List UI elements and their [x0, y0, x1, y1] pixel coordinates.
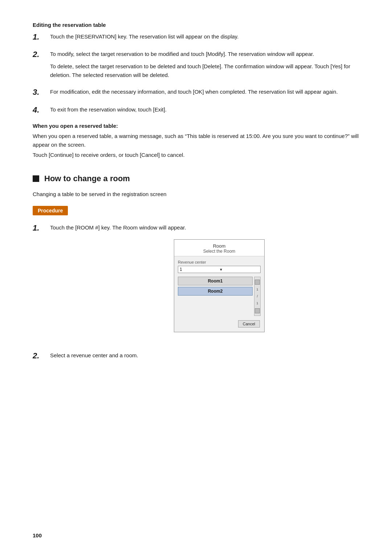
scroll-num2: 1: [256, 301, 258, 305]
section-title-container: How to change a room: [33, 174, 359, 183]
page-number: 100: [33, 532, 42, 538]
room-window-body: Revenue center 1 ▼ Room1 Room2: [174, 256, 264, 332]
section-title-text: How to change a room: [44, 174, 130, 183]
step-3: 3. For modification, edit the necessary …: [33, 88, 359, 97]
room-step-2: 2. Select a revenue center and a room.: [33, 351, 359, 361]
dropdown-arrow-icon: ▼: [219, 268, 259, 272]
room-step-2-text: Select a revenue center and a room.: [50, 351, 359, 360]
room-window-subtitle: Select the Room: [177, 249, 261, 254]
when-reserved-title: When you open a reserved table:: [33, 123, 359, 129]
step-4: 4. To exit from the reservation window, …: [33, 105, 359, 115]
scroll-num1: 1: [256, 288, 258, 291]
page: Editing the reservation table 1. Touch t…: [0, 0, 392, 553]
editing-title: Editing the reservation table: [33, 22, 359, 28]
room-step-1-text: Touch the [ROOM #] key. The Room window …: [50, 223, 359, 232]
step-2-para2: To delete, select the target reservation…: [50, 62, 359, 80]
procedure-badge: Procedure: [33, 206, 68, 215]
step-2-number: 2.: [33, 50, 47, 59]
scroll-slash: /: [257, 294, 258, 298]
room2-button[interactable]: Room2: [178, 287, 253, 296]
step-1: 1. Touch the [RESERVATION] key. The rese…: [33, 32, 359, 42]
room-step-2-number: 2.: [33, 351, 47, 361]
when-reserved-para2: Touch [Continue] to receive orders, or t…: [33, 151, 359, 159]
room-step-1-number: 1.: [33, 223, 47, 233]
cancel-row: Cancel: [178, 319, 261, 329]
scrollbar[interactable]: 1 / 1: [254, 277, 261, 316]
room-window-title: Room: [177, 243, 261, 249]
revenue-select[interactable]: 1 ▼: [178, 266, 261, 273]
step-1-text: Touch the [RESERVATION] key. The reserva…: [50, 32, 359, 41]
blank-row-1: [178, 297, 253, 306]
step-3-number: 3.: [33, 88, 47, 97]
scroll-thumb: [255, 280, 260, 285]
room-window: Room Select the Room Revenue center 1 ▼: [174, 239, 265, 332]
step-4-number: 4.: [33, 105, 47, 115]
cancel-button[interactable]: Cancel: [238, 320, 260, 328]
scroll-bottom-thumb: [255, 308, 260, 313]
step-2-para1: To modify, select the target reservation…: [50, 50, 359, 58]
black-square-icon: [33, 175, 39, 182]
room-rows-with-scroll: Room1 Room2 1 / 1: [178, 277, 261, 316]
room-window-header: Room Select the Room: [174, 240, 264, 256]
when-reserved-para1: When you open a reserved table, a warnin…: [33, 132, 359, 149]
step-2: 2. To modify, select the target reservat…: [33, 50, 359, 80]
room-window-container: Room Select the Room Revenue center 1 ▼: [79, 239, 359, 332]
step-3-text: For modification, edit the necessary inf…: [50, 88, 359, 96]
step-1-number: 1.: [33, 32, 47, 42]
section-description: Changing a table to be served in the reg…: [33, 190, 359, 199]
revenue-center-label: Revenue center: [178, 260, 261, 264]
how-to-change-room-section: How to change a room Changing a table to…: [33, 174, 359, 361]
when-reserved-section: When you open a reserved table: When you…: [33, 123, 359, 159]
editing-section: Editing the reservation table 1. Touch t…: [33, 22, 359, 159]
room1-button[interactable]: Room1: [178, 277, 253, 285]
room-step-1: 1. Touch the [ROOM #] key. The Room wind…: [33, 223, 359, 343]
blank-row-2: [178, 307, 253, 316]
step-4-text: To exit from the reservation window, tou…: [50, 105, 359, 114]
rooms-column: Room1 Room2: [178, 277, 253, 316]
revenue-select-value: 1: [180, 267, 219, 272]
